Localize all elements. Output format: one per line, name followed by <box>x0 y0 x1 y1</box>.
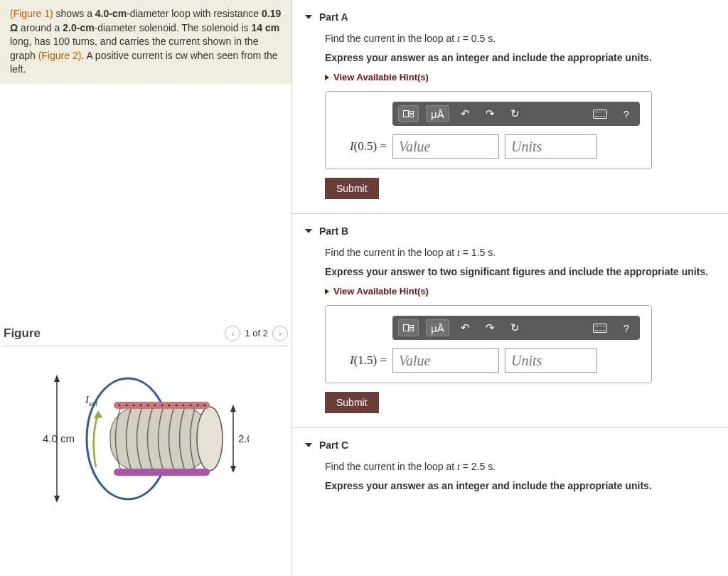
part-b-header[interactable]: Part B <box>305 221 715 241</box>
svg-point-8 <box>119 405 121 407</box>
figure-2-link[interactable]: (Figure 2) <box>38 50 82 61</box>
prompt-val: 2.5 s <box>471 461 493 472</box>
prev-figure-button[interactable]: ‹ <box>225 326 240 341</box>
svg-point-13 <box>154 405 156 407</box>
part-b-instructions: Express your answer to two significant f… <box>325 266 715 277</box>
problem-statement: (Figure 1) shows a 4.0-cm-diameter loop … <box>0 0 291 84</box>
svg-point-9 <box>126 405 128 407</box>
part-a-instructions: Express your answer as an integer and in… <box>325 52 715 63</box>
caret-down-icon <box>305 443 312 447</box>
label-isol: Isol <box>85 394 97 407</box>
label-solenoid-diameter: 2.0 cm <box>238 432 249 444</box>
part-b-value-input[interactable] <box>392 348 499 373</box>
prompt-text: Find the current in the loop at <box>325 461 457 472</box>
hints-label: View Available Hint(s) <box>333 286 429 297</box>
template-tool-button[interactable] <box>398 105 419 122</box>
part-a-title: Part A <box>319 11 348 23</box>
part-a-value-input[interactable] <box>392 134 499 159</box>
svg-rect-7 <box>114 469 210 476</box>
svg-point-11 <box>140 405 142 407</box>
caret-right-icon <box>325 289 329 294</box>
part-b-title: Part B <box>319 225 348 237</box>
right-panel: Part A Find the current in the loop at t… <box>291 0 728 576</box>
part-c-header[interactable]: Part C <box>305 435 715 455</box>
keyboard-icon <box>593 110 607 119</box>
problem-text: shows a <box>53 8 95 19</box>
part-a-answer-box: μÅ ↶ ↷ ↻ ? I(0.5) = <box>325 91 652 169</box>
special-chars-button[interactable]: μÅ <box>426 319 449 336</box>
figure-image: 4.0 cm <box>4 368 288 510</box>
prompt-text: = <box>460 461 471 472</box>
svg-marker-2 <box>54 496 60 503</box>
template-icon <box>403 324 414 331</box>
next-figure-button[interactable]: › <box>272 326 288 341</box>
part-b-submit-button[interactable]: Submit <box>325 392 379 413</box>
figure-1-link[interactable]: (Figure 1) <box>10 8 53 19</box>
figure-section: Figure ‹ 1 of 2 › 4.0 cm <box>0 326 291 510</box>
loop-diameter: 4.0-cm <box>95 8 127 19</box>
svg-point-17 <box>183 405 185 407</box>
left-panel: (Figure 1) shows a 4.0-cm-diameter loop … <box>0 0 291 576</box>
undo-button[interactable]: ↶ <box>456 319 474 336</box>
svg-point-5 <box>197 407 223 471</box>
redo-button[interactable]: ↷ <box>481 319 499 336</box>
svg-rect-4 <box>110 407 210 471</box>
keyboard-button[interactable] <box>589 105 611 122</box>
part-a-hints-toggle[interactable]: View Available Hint(s) <box>325 72 715 82</box>
redo-button[interactable]: ↷ <box>481 105 499 122</box>
template-icon <box>403 110 414 117</box>
part-b-answer-box: μÅ ↶ ↷ ↻ ? I(1.5) = <box>325 305 652 383</box>
caret-right-icon <box>325 75 329 80</box>
svg-marker-1 <box>54 375 60 382</box>
figure-header: Figure ‹ 1 of 2 › <box>4 326 288 346</box>
part-c-instructions: Express your answer as an integer and in… <box>325 480 715 491</box>
part-a-header[interactable]: Part A <box>305 7 715 27</box>
help-button[interactable]: ? <box>619 319 634 336</box>
part-c-prompt: Find the current in the loop at t = 2.5 … <box>325 461 715 473</box>
figure-pager: ‹ 1 of 2 › <box>225 326 288 341</box>
reset-button[interactable]: ↻ <box>506 319 524 336</box>
part-b-prompt: Find the current in the loop at t = 1.5 … <box>325 247 715 259</box>
svg-point-20 <box>204 405 206 407</box>
svg-point-14 <box>161 405 164 407</box>
special-chars-button[interactable]: μÅ <box>426 105 449 122</box>
reset-button[interactable]: ↻ <box>506 105 524 122</box>
svg-marker-23 <box>230 405 236 412</box>
svg-point-16 <box>176 405 178 407</box>
svg-point-15 <box>168 405 171 407</box>
part-a-prompt: Find the current in the loop at t = 0.5 … <box>325 33 715 45</box>
svg-point-12 <box>147 405 149 407</box>
problem-text: around a <box>18 22 63 33</box>
prompt-text: = <box>460 33 471 44</box>
part-a-units-input[interactable] <box>505 134 597 159</box>
part-b: Part B Find the current in the loop at t… <box>292 214 728 428</box>
part-a-submit-button[interactable]: Submit <box>325 178 379 199</box>
caret-down-icon <box>305 229 312 233</box>
pager-label: 1 of 2 <box>245 328 268 338</box>
answer-toolbar: μÅ ↶ ↷ ↻ ? <box>392 316 640 340</box>
answer-toolbar: μÅ ↶ ↷ ↻ ? <box>392 102 640 126</box>
keyboard-button[interactable] <box>589 319 611 336</box>
part-a-input-row: I(0.5) = <box>337 134 640 159</box>
part-c-title: Part C <box>319 439 348 451</box>
help-button[interactable]: ? <box>619 105 634 122</box>
figure-heading: Figure <box>4 326 41 341</box>
part-b-lhs: I(1.5) = <box>337 353 387 368</box>
svg-marker-24 <box>230 466 236 473</box>
svg-point-19 <box>197 405 199 407</box>
template-tool-button[interactable] <box>398 319 419 336</box>
part-b-hints-toggle[interactable]: View Available Hint(s) <box>325 286 715 297</box>
undo-button[interactable]: ↶ <box>456 105 474 122</box>
part-a-body: Find the current in the loop at t = 0.5 … <box>305 27 715 199</box>
part-c-body: Find the current in the loop at t = 2.5 … <box>305 455 715 491</box>
part-b-units-input[interactable] <box>505 348 597 373</box>
caret-down-icon <box>305 15 312 19</box>
part-a: Part A Find the current in the loop at t… <box>292 0 728 214</box>
prompt-text: = <box>460 247 471 258</box>
prompt-val: 1.5 s <box>471 247 493 258</box>
solenoid-length: 14 cm <box>251 22 279 33</box>
svg-marker-21 <box>94 410 102 419</box>
keyboard-icon <box>593 324 607 333</box>
part-b-input-row: I(1.5) = <box>337 348 640 373</box>
hints-label: View Available Hint(s) <box>333 72 429 82</box>
